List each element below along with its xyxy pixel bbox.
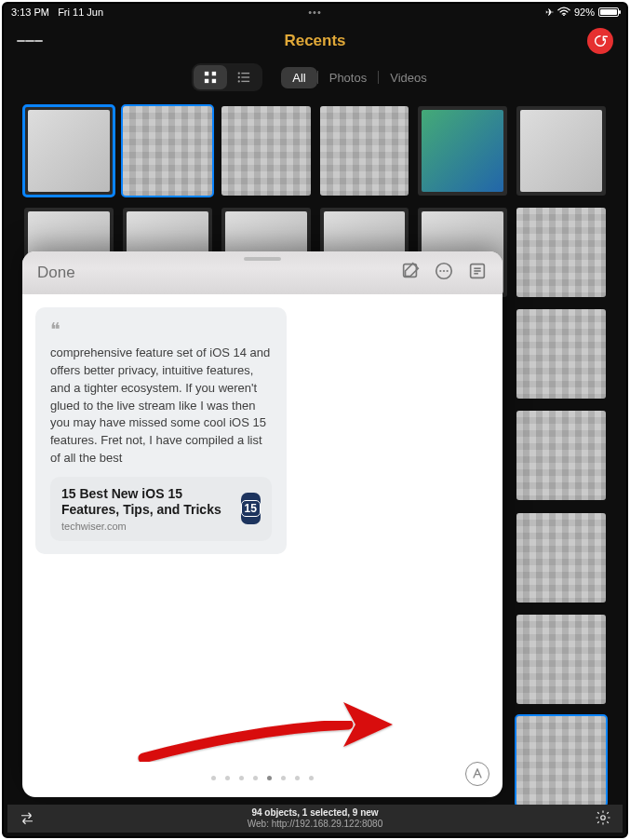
view-toggle — [192, 63, 262, 91]
battery-pct: 92% — [574, 7, 595, 18]
bottom-bar: 94 objects, 1 selected, 9 new Web: http:… — [7, 805, 623, 833]
notes-list-icon[interactable] — [467, 261, 488, 285]
more-icon[interactable] — [434, 261, 454, 285]
svg-point-14 — [443, 270, 445, 272]
filter-photos[interactable]: Photos — [318, 67, 378, 88]
sheet-body: ❝ comprehensive feature set of iOS 14 an… — [22, 294, 503, 797]
svg-point-15 — [447, 270, 449, 272]
grid-view-button[interactable] — [194, 65, 227, 89]
thumbnail[interactable] — [516, 208, 606, 297]
battery-icon — [598, 7, 619, 17]
markup-button[interactable] — [465, 762, 489, 786]
link-thumbnail: 15 — [241, 493, 261, 524]
status-line-1: 94 objects, 1 selected, 9 new — [248, 807, 383, 819]
status-date: Fri 11 Jun — [58, 7, 103, 18]
quick-note-sheet[interactable]: Done ❝ comprehensive feature set of iOS … — [22, 251, 503, 797]
filter-segment: All Photos Videos — [281, 67, 437, 88]
thumbnail[interactable] — [418, 106, 507, 196]
list-view-button[interactable] — [227, 65, 261, 89]
svg-rect-6 — [242, 73, 250, 74]
svg-rect-1 — [205, 72, 208, 75]
svg-rect-4 — [212, 79, 216, 83]
svg-point-5 — [238, 72, 240, 74]
airplane-icon: ✈︎ — [545, 7, 554, 19]
toolbar: All Photos Videos — [4, 61, 626, 93]
quote-icon: ❝ — [50, 320, 272, 339]
thumbnail[interactable] — [123, 106, 212, 196]
done-button[interactable]: Done — [37, 264, 75, 282]
wifi-icon — [557, 7, 570, 19]
thumbnail[interactable] — [24, 106, 114, 196]
status-text: 94 objects, 1 selected, 9 new Web: http:… — [248, 807, 383, 830]
thumbnail[interactable] — [516, 106, 606, 196]
settings-button[interactable] — [595, 809, 611, 828]
status-bar: 3:13 PM Fri 11 Jun ••• ✈︎ 92% — [4, 4, 626, 20]
note-text: comprehensive feature set of iOS 14 and … — [50, 345, 272, 467]
quote-card[interactable]: ❝ comprehensive feature set of iOS 14 an… — [35, 307, 287, 554]
svg-point-20 — [601, 816, 606, 820]
compose-icon[interactable] — [400, 261, 421, 285]
svg-point-9 — [238, 80, 240, 82]
svg-rect-8 — [242, 76, 250, 77]
menu-button[interactable] — [17, 28, 43, 54]
svg-rect-2 — [212, 72, 216, 75]
sync-button[interactable] — [587, 28, 613, 54]
svg-point-13 — [439, 270, 441, 272]
status-line-2: Web: http://192.168.29.122:8080 — [248, 819, 383, 830]
sheet-toolbar: Done — [22, 251, 503, 294]
svg-point-0 — [563, 14, 565, 16]
thumbnail[interactable] — [320, 106, 409, 196]
link-title: 15 Best New iOS 15 Features, Tips, and T… — [61, 486, 241, 519]
thumbnail[interactable] — [516, 309, 606, 399]
nav-bar: Recents — [4, 20, 626, 61]
filter-videos[interactable]: Videos — [379, 67, 438, 88]
status-left: 3:13 PM Fri 11 Jun — [11, 7, 103, 18]
svg-rect-3 — [205, 79, 208, 83]
thumbnail[interactable] — [516, 411, 606, 500]
multitask-dots[interactable]: ••• — [308, 7, 322, 18]
thumbnail[interactable] — [516, 716, 606, 806]
transfer-button[interactable] — [19, 809, 35, 828]
thumbnail[interactable] — [516, 513, 606, 603]
link-preview[interactable]: 15 Best New iOS 15 Features, Tips, and T… — [50, 477, 272, 541]
filter-all[interactable]: All — [281, 67, 316, 88]
status-time: 3:13 PM — [11, 7, 49, 18]
thumbnail[interactable] — [516, 615, 606, 704]
link-source: techwiser.com — [61, 521, 241, 532]
svg-point-7 — [238, 76, 240, 78]
page-title: Recents — [284, 32, 345, 50]
status-right: ✈︎ 92% — [545, 7, 619, 19]
sheet-actions — [400, 261, 488, 285]
page-dots[interactable] — [211, 776, 314, 780]
svg-rect-10 — [242, 81, 250, 82]
thumbnail[interactable] — [221, 106, 311, 196]
